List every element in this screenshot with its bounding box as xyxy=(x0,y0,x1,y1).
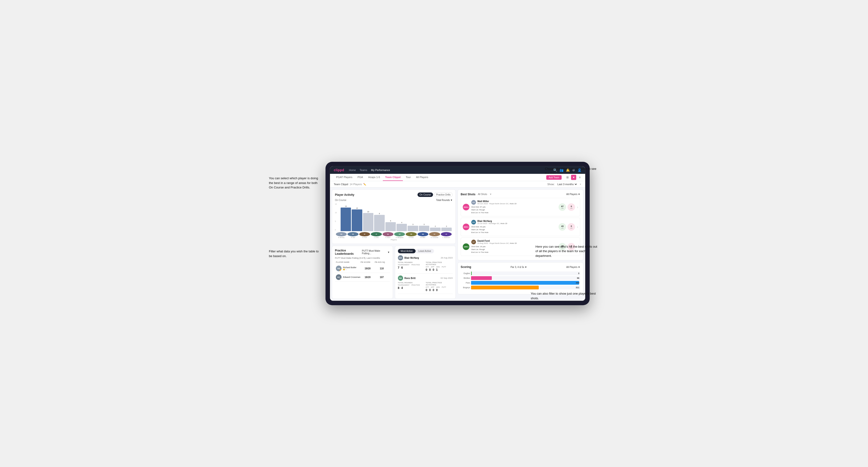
ap-practice-section-2: Total Practice Activities GTTAPPARGPUTT … xyxy=(426,282,453,292)
eagles-bar-container: 3 xyxy=(471,272,580,275)
bar-group: 10 xyxy=(363,203,373,231)
bar xyxy=(441,228,452,231)
bar-chart-container: 15 10 5 0 1312109543322 xyxy=(335,203,453,231)
tab-hcaps[interactable]: Hcaps 1-5 xyxy=(366,174,382,181)
shot-course-3: 24 Aug 2023 · Royal North Devon GC, Hole… xyxy=(477,242,517,244)
scoring-title: Scoring xyxy=(461,266,471,269)
nav-link-myperformance[interactable]: My Performance xyxy=(371,168,390,172)
shot-card-1[interactable]: 200sg MM Matt Miller 09 Jun 2023 · Royal… xyxy=(461,198,580,216)
lb-rank-2: 2 xyxy=(340,278,342,280)
tablet-frame: clippd Home Teams My Performance 🔍 👥 🔔 ⊕… xyxy=(326,162,590,305)
edit-team-icon[interactable]: ✏️ xyxy=(363,183,366,186)
shot-player-name-2: Blair McHarg xyxy=(477,220,507,222)
leaderboard-title: Practice Leaderboards xyxy=(335,249,362,255)
add-team-button[interactable]: Add Team xyxy=(546,175,562,180)
x-axis-label: Players xyxy=(335,239,453,241)
bar-group: 4 xyxy=(397,203,407,231)
ap-rounds-section: Total Rounds TournamentPractice 7 xyxy=(398,261,425,272)
shot-metric-result-2: 0 yds xyxy=(567,223,575,231)
ap-name-1: Blair McHarg xyxy=(404,257,439,259)
lb-player-2: EC 2 Edward Crossman xyxy=(336,274,361,280)
activity-feed-card: Most Active Least Active BM Blair McHarg… xyxy=(395,246,456,299)
shot-metric-yds-2: 43 yds xyxy=(559,223,566,231)
mini-avatar: LR xyxy=(441,232,452,236)
player-activity-card: Player Activity On Course Practice Drill… xyxy=(332,189,456,244)
chart-dropdown-chevron-icon: ▼ xyxy=(450,199,453,201)
player-names-row: B. McHargR. BrittD. FordJ. ColesE. Ebert… xyxy=(335,237,453,238)
shot-badge-3: 198sg xyxy=(463,243,469,250)
lb-table-header: PLAYER NAME PB SCORE PB AVG SQ xyxy=(335,261,390,263)
shot-player-info-2: BM Blair McHarg 23 Jul 2023 · Ashridge G… xyxy=(471,220,557,234)
chart-metric-dropdown[interactable]: Total Rounds ▼ xyxy=(436,199,453,201)
bar xyxy=(408,226,418,231)
pars-bar-container: 499 xyxy=(471,281,580,285)
grid-view-icon[interactable]: ⊞ xyxy=(565,175,570,180)
shot-avatar-3: DF xyxy=(471,240,476,244)
practice-drills-toggle[interactable]: Practice Drills xyxy=(434,192,453,197)
on-course-toggle[interactable]: On Course xyxy=(417,192,433,197)
heart-view-icon[interactable]: ♥ xyxy=(571,175,576,180)
tab-pga[interactable]: PGA xyxy=(355,174,365,181)
bar-chart: 1312109543322 xyxy=(340,203,453,231)
team-header: Team Clippd 14 Players ✏️ Show: Last 3 m… xyxy=(330,181,585,187)
tab-least-active[interactable]: Least Active xyxy=(415,249,434,253)
mini-avatar: RB xyxy=(347,232,358,236)
bar-group: 3 xyxy=(408,203,418,231)
shot-metrics-2: 43 yds 0 yds xyxy=(559,223,575,231)
birdies-bar-fill xyxy=(471,276,492,280)
shot-player-info-1: MM Matt Miller 09 Jun 2023 · Royal North… xyxy=(471,200,557,214)
pars-bar-fill xyxy=(471,281,579,285)
tab-team-clippd[interactable]: Team Clippd xyxy=(383,174,403,181)
shot-metrics-1: 67 yds 0 yds xyxy=(559,203,575,211)
bar-group: 5 xyxy=(385,203,396,231)
leaderboard-header: Practice Leaderboards PUTT Must Make Put… xyxy=(335,249,390,255)
shot-player-name-1: Matt Miller xyxy=(477,200,516,203)
scoring-player-filter[interactable]: All Players ▼ xyxy=(566,266,580,269)
player-name-label: J. Coles xyxy=(371,237,382,238)
bar-group: 9 xyxy=(374,203,384,231)
tab-all-players[interactable]: All Players xyxy=(414,174,431,181)
nav-logo: clippd xyxy=(334,168,344,172)
tab-tour[interactable]: Tour xyxy=(403,174,413,181)
player-filter-dropdown[interactable]: All Players ▼ xyxy=(566,193,580,195)
score-row-eagles: Eagles 3 xyxy=(461,272,580,275)
avatar-row: BMRBDFJCEEGBRBMMECLR xyxy=(335,232,453,236)
shot-badge-2: 200sg xyxy=(463,224,469,230)
nav-link-teams[interactable]: Teams xyxy=(360,168,367,172)
shot-chevron-1: › xyxy=(577,205,578,209)
list-view-icon[interactable]: ≡ xyxy=(577,175,582,180)
player-activity-header: Player Activity On Course Practice Drill… xyxy=(335,192,453,197)
nav-link-home[interactable]: Home xyxy=(349,168,356,172)
scoring-par-filter[interactable]: Par 3, 4 & 5s ▼ xyxy=(510,266,527,269)
ap-stats-2: Total Rounds TournamentPractice 8 4 xyxy=(398,282,453,292)
mini-avatar: MM xyxy=(417,232,428,236)
tab-most-active[interactable]: Most Active xyxy=(398,249,415,253)
ap-date-1: 26 Aug 2023 xyxy=(441,257,453,259)
eagles-bar-fill xyxy=(471,272,472,275)
leaderboard-drill-dropdown[interactable]: PUTT Must Make Putting... ▼ xyxy=(362,250,390,255)
tab-pgat-players[interactable]: PGAT Players xyxy=(334,174,355,181)
lb-name-1: Richard Butler xyxy=(343,266,356,269)
bar xyxy=(385,222,396,231)
shot-card-2[interactable]: 200sg BM Blair McHarg 23 Jul 2023 · Ashr… xyxy=(461,218,580,236)
shot-chevron-2: › xyxy=(577,225,578,229)
scoring-card: Scoring Par 3, 4 & 5s ▼ All Players ▼ xyxy=(458,262,583,294)
annotation-bottom-right-2: You can also filter to show just one pla… xyxy=(531,291,599,301)
annotation-bottom-right-1: Here you can see who's hit the best shot… xyxy=(535,244,599,258)
player-name-label: M. Miller xyxy=(417,237,428,238)
player-name-label: E. Crossman xyxy=(429,237,440,238)
time-filter-select[interactable]: Last 3 months Last 6 months Last year xyxy=(556,183,578,186)
team-name: Team Clippd 14 Players ✏️ xyxy=(334,183,366,186)
lb-avatar-1: RB 1 xyxy=(336,266,342,271)
shot-player-row-2: BM Blair McHarg 23 Jul 2023 · Ashridge G… xyxy=(471,220,557,224)
player-name-label: R. Butler xyxy=(406,237,416,238)
ap-date-2: 02 Sep 2023 xyxy=(441,277,453,279)
bar-group: 2 xyxy=(430,203,440,231)
view-icons-group: ⊞ ♥ ≡ xyxy=(565,175,582,180)
tab-all-shots[interactable]: All Shots xyxy=(477,192,488,196)
drill-dropdown-chevron-icon: ▼ xyxy=(388,251,390,253)
birdies-bar-container: 96 xyxy=(471,276,580,280)
score-row-bogeys: Bogeys 311 xyxy=(461,286,580,289)
player-activity-title: Player Activity xyxy=(335,193,354,196)
best-shots-tabs: Best Shots All Shots ▼ xyxy=(461,192,492,196)
